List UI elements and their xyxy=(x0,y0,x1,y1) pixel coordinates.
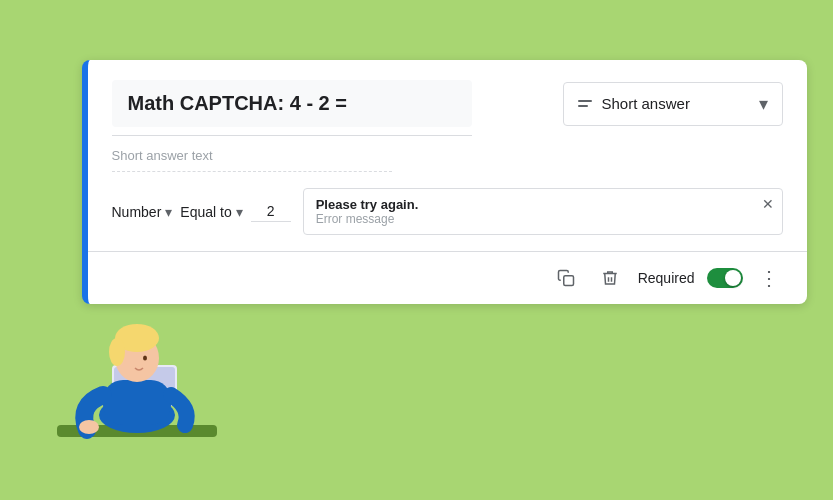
number-type-label: Number xyxy=(112,204,162,220)
svg-rect-0 xyxy=(563,276,573,286)
menu-icon xyxy=(578,100,592,107)
required-toggle[interactable] xyxy=(707,268,743,288)
close-icon[interactable]: ✕ xyxy=(762,197,774,211)
number-type-dropdown[interactable]: Number ▾ xyxy=(112,204,173,220)
type-dropdown-label: Short answer xyxy=(602,95,749,112)
error-subtitle: Error message xyxy=(316,212,750,226)
copy-button[interactable] xyxy=(550,262,582,294)
condition-dropdown[interactable]: Equal to ▾ xyxy=(180,204,242,220)
svg-rect-6 xyxy=(103,380,171,425)
top-row: Math CAPTCHA: 4 - 2 = Short answer ▾ xyxy=(112,80,783,127)
required-label: Required xyxy=(638,270,695,286)
error-title: Please try again. xyxy=(316,197,750,212)
validation-value[interactable]: 2 xyxy=(251,201,291,222)
chevron-down-icon: ▾ xyxy=(759,93,768,115)
type-dropdown[interactable]: Short answer ▾ xyxy=(563,82,783,126)
validation-left: Number ▾ Equal to ▾ 2 xyxy=(112,201,291,222)
svg-point-11 xyxy=(79,420,99,434)
question-divider xyxy=(112,135,472,136)
number-chevron-icon: ▾ xyxy=(165,204,172,220)
short-answer-placeholder: Short answer text xyxy=(112,148,392,172)
svg-point-10 xyxy=(143,356,147,361)
condition-chevron-icon: ▾ xyxy=(236,204,243,220)
svg-point-9 xyxy=(109,338,125,366)
error-message-box: Please try again. Error message ✕ xyxy=(303,188,783,235)
condition-label: Equal to xyxy=(180,204,231,220)
question-title: Math CAPTCHA: 4 - 2 = xyxy=(112,80,472,127)
delete-button[interactable] xyxy=(594,262,626,294)
toggle-thumb xyxy=(725,270,741,286)
more-options-button[interactable]: ⋮ xyxy=(755,266,783,290)
person-illustration xyxy=(27,240,227,460)
validation-section: Number ▾ Equal to ▾ 2 Please try again. … xyxy=(112,188,783,235)
